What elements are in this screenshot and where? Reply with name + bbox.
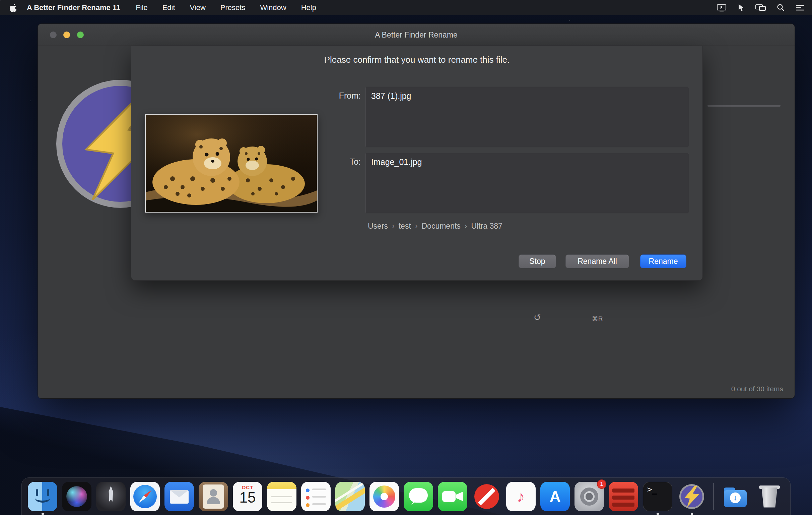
menu-view[interactable]: View (190, 3, 206, 12)
chevron-right-icon: › (392, 222, 395, 231)
reminder-dot (306, 496, 310, 499)
pointer-icon[interactable] (737, 3, 745, 12)
screen-share-icon[interactable] (716, 4, 727, 12)
dock-item-finder[interactable] (28, 482, 57, 511)
speech-bubble-tail (411, 501, 416, 506)
breadcrumb: Users›test›Documents›Ultra 387 (368, 222, 502, 231)
dock-item-contacts[interactable] (199, 482, 228, 511)
speech-bubble (409, 488, 428, 503)
to-label: To: (260, 157, 361, 167)
menu-edit[interactable]: Edit (163, 3, 175, 12)
menu-bar: A Better Finder Rename 11 File Edit View… (0, 0, 812, 15)
photos-icon (370, 482, 399, 511)
contacts-page (203, 485, 224, 509)
row-shape (612, 489, 634, 492)
dock-item-photos[interactable] (370, 482, 399, 511)
from-filename-field[interactable]: 387 (1).jpg (366, 87, 689, 147)
row-shape (612, 503, 634, 507)
dock-item-safari[interactable] (130, 482, 160, 511)
running-indicator (41, 513, 44, 515)
dock-item-system-preferences[interactable]: 1 (575, 482, 604, 511)
dock-item-maps[interactable] (335, 482, 365, 511)
calendar-icon: OCT 15 (233, 482, 262, 511)
notes-icon (267, 482, 296, 511)
downloads-folder-icon: ↓ (721, 482, 750, 511)
notification-list-icon[interactable] (795, 4, 805, 11)
dock-item-mail[interactable] (165, 482, 194, 511)
dock-item-messages[interactable] (404, 482, 433, 511)
confirm-message: Please confirm that you want to rename t… (131, 55, 702, 65)
close-button[interactable] (50, 31, 57, 38)
camera-lens (456, 492, 463, 501)
dock-item-downloads[interactable]: ↓ (721, 482, 750, 511)
prohibited-icon (472, 482, 501, 511)
dock-item-red-rows-app[interactable] (609, 482, 638, 511)
dock-item-notes[interactable] (267, 482, 296, 511)
to-filename-field[interactable]: Image_01.jpg (366, 153, 689, 213)
dock-item-trash[interactable] (755, 482, 784, 511)
dock-item-reminders[interactable] (301, 482, 330, 511)
safari-icon (130, 482, 160, 511)
running-indicator (691, 513, 693, 515)
menu-help[interactable]: Help (301, 3, 316, 12)
contacts-icon (199, 482, 228, 511)
finder-smile (35, 494, 50, 503)
dock-item-calendar[interactable]: OCT 15 (233, 482, 262, 511)
reminder-line (312, 496, 326, 497)
reminder-line (312, 503, 326, 505)
dock-item-app-store[interactable]: A (540, 482, 570, 511)
notes-header (267, 482, 296, 489)
apple-menu[interactable] (9, 3, 18, 12)
breadcrumb-test: test (399, 222, 411, 231)
contact-silhouette (210, 489, 217, 496)
rename-confirm-sheet: Please confirm that you want to rename t… (131, 46, 703, 281)
messages-icon (404, 482, 433, 511)
calendar-day: 15 (233, 489, 262, 506)
minimize-button[interactable] (63, 31, 70, 38)
dock-item-launchpad[interactable] (96, 482, 126, 511)
app-menu-title[interactable]: A Better Finder Rename 11 (27, 3, 120, 12)
maps-icon (335, 482, 365, 511)
breadcrumb-documents: Documents (422, 222, 460, 231)
photos-center (381, 493, 388, 500)
from-label: From: (260, 91, 361, 101)
rename-button[interactable]: Rename (640, 254, 686, 268)
reminder-line (312, 489, 326, 490)
menu-file[interactable]: File (136, 3, 147, 12)
row-shape (612, 495, 634, 499)
trash-body (760, 488, 779, 508)
reminder-dot (306, 503, 310, 507)
menu-window[interactable]: Window (260, 3, 286, 12)
rename-all-button[interactable]: Rename All (566, 254, 629, 268)
display-mirroring-icon[interactable] (755, 4, 766, 12)
notification-badge: 1 (597, 480, 606, 489)
music-icon: ♪ (506, 482, 535, 511)
stop-button[interactable]: Stop (519, 254, 556, 268)
dock-item-better-finder-rename[interactable] (677, 482, 706, 511)
menu-presets[interactable]: Presets (221, 3, 245, 12)
notes-line (271, 496, 292, 497)
dock: OCT 15 (22, 478, 790, 515)
breadcrumb-users: Users (368, 222, 388, 231)
dock-item-siri[interactable] (62, 482, 91, 511)
better-finder-rename-icon (677, 482, 706, 511)
app-store-letter: A (549, 488, 560, 506)
apple-icon (9, 3, 18, 12)
spotlight-search-icon[interactable] (777, 3, 785, 12)
rename-all-shortcut: ⌘R (566, 315, 629, 323)
menu-bar-status-area (716, 3, 805, 12)
dock-item-music[interactable]: ♪ (506, 482, 535, 511)
progress-bar (707, 105, 781, 107)
items-status-text: 0 out of 30 items (731, 385, 783, 393)
breadcrumb-ultra-387: Ultra 387 (471, 222, 502, 231)
dock-item-terminal[interactable]: >_ (643, 482, 672, 511)
window-titlebar[interactable]: A Better Finder Rename (38, 24, 794, 46)
trash-icon (755, 482, 784, 511)
dock-item-prohibited[interactable] (472, 482, 501, 511)
zoom-button[interactable] (77, 31, 84, 38)
finder-icon (28, 482, 57, 511)
running-indicator (657, 513, 659, 515)
dock-item-facetime[interactable] (438, 482, 467, 511)
gear-icon (585, 493, 593, 500)
camera-body (442, 491, 456, 502)
